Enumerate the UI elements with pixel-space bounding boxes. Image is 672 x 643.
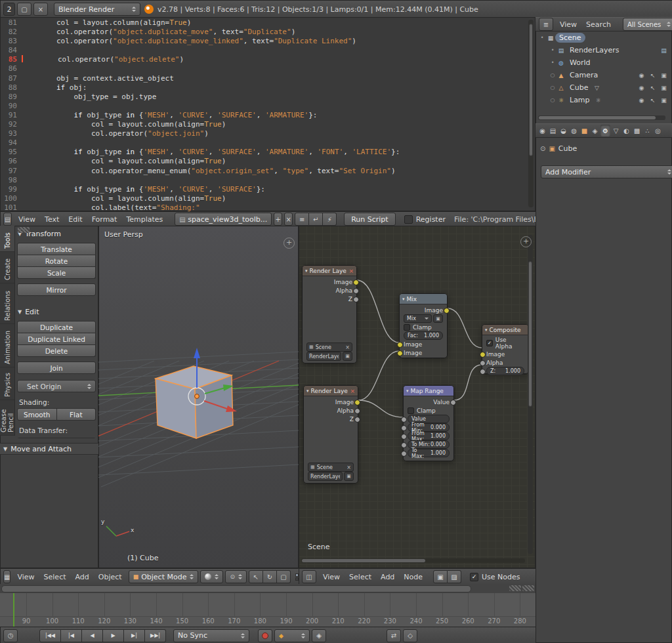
rotate-button[interactable]: Rotate — [17, 255, 96, 267]
new-text-icon[interactable]: + — [274, 213, 282, 226]
panel-expand-icon[interactable]: ▼ — [3, 446, 7, 452]
output-socket-image[interactable] — [354, 400, 360, 405]
join-button[interactable]: Join — [17, 362, 96, 374]
render-engine-dropdown[interactable]: Blender Render — [54, 3, 140, 16]
properties-tab-texture[interactable]: ▩ — [632, 125, 642, 136]
node-delete-icon[interactable]: × — [350, 388, 355, 394]
compositing-nodes-icon[interactable]: ▣ — [433, 570, 448, 583]
output-socket-value[interactable] — [450, 400, 456, 405]
menu-view[interactable]: View — [14, 214, 40, 225]
timeline-scroll-thumb[interactable] — [1, 585, 471, 592]
node-mix[interactable]: ▾MixImageMix▣ClampFac:1.000ImageImage — [399, 293, 448, 358]
menu-text[interactable]: Text — [40, 214, 64, 225]
input-socket-frommin[interactable] — [401, 425, 407, 431]
output-socket-z[interactable] — [353, 297, 359, 302]
node-editor-vscrollbar[interactable] — [528, 235, 533, 554]
slider-tomax[interactable]: To Max:1.000 — [408, 449, 450, 457]
eye-restrict-icon[interactable]: ◉ — [637, 72, 646, 79]
code-line-93[interactable]: 93 col.operator("object.join") — [0, 129, 526, 138]
output-socket-z[interactable] — [354, 417, 360, 423]
delete-keyframe-icon[interactable]: ◇ — [403, 629, 417, 642]
outliner-hscrollbar[interactable] — [538, 115, 665, 120]
jump-to-end-button[interactable]: ▶▶| — [145, 629, 166, 642]
sync-dropdown[interactable]: No Sync — [173, 629, 249, 642]
current-frame-marker[interactable] — [13, 593, 14, 627]
scene-selector[interactable]: ▦Scene× — [308, 463, 354, 472]
outliner-item-camera[interactable]: ○▲Camera◉↖▣ — [536, 69, 672, 81]
expander-icon[interactable]: • — [538, 35, 546, 41]
add-modifier-dropdown[interactable]: Add Modifier — [541, 165, 672, 178]
code-line-83[interactable]: 83 col.operator("object.duplicate_move_l… — [0, 37, 526, 46]
word-wrap-toggle-icon[interactable]: ↵ — [309, 213, 323, 226]
line-numbers-toggle-icon[interactable]: ≡ — [295, 213, 309, 226]
expand-properties-region-icon[interactable]: + — [284, 238, 295, 249]
collapse-node-icon[interactable]: ▾ — [485, 327, 488, 333]
code-line-98[interactable]: 98 — [0, 176, 526, 185]
outliner-label[interactable]: Camera — [566, 70, 602, 80]
text-datablock-dropdown[interactable]: ▤ space_view3d_toolb... — [175, 213, 272, 226]
slider-z[interactable]: Z:1.000 — [486, 367, 524, 375]
properties-tab-world[interactable]: ◍ — [569, 125, 579, 136]
render-restrict-icon[interactable]: ▣ — [659, 85, 669, 91]
outliner-item-lamp[interactable]: ○☼Lamp☼◉↖▣ — [536, 94, 672, 106]
outliner-label[interactable]: RenderLayers — [566, 45, 623, 55]
slider-fac[interactable]: Fac:1.000 — [404, 331, 443, 340]
output-socket-image[interactable] — [353, 280, 359, 285]
node-editor-hscrollbar[interactable] — [301, 558, 525, 563]
code-line-89[interactable]: 89 obj_type = obj.type — [0, 93, 526, 102]
code-line-101[interactable]: 101 col.label(text="Shading:" — [0, 203, 526, 211]
properties-tab-modifiers[interactable]: ⚙ — [600, 125, 610, 136]
collapse-node-icon[interactable]: ▾ — [305, 268, 308, 274]
collapse-node-icon[interactable]: ▾ — [402, 297, 405, 302]
auto-keyframe-button[interactable] — [258, 629, 272, 642]
code-line-100[interactable]: 100 col = layout.column(align=True) — [0, 194, 526, 203]
select-restrict-icon[interactable]: ↖ — [648, 72, 658, 79]
rerender-layer-icon[interactable]: ▣ — [343, 352, 352, 361]
code-line-94[interactable]: 94 — [0, 138, 526, 148]
code-line-92[interactable]: 92 col = layout.column(align=True) — [0, 120, 526, 129]
input-socket-image[interactable] — [397, 350, 403, 356]
outliner-label[interactable]: Lamp — [566, 95, 594, 105]
unlink-icon[interactable]: × — [345, 344, 350, 350]
code-line-88[interactable]: 88 if obj: — [0, 83, 526, 93]
panel-grip-icon[interactable]: ∷∷ — [18, 227, 30, 233]
expander-icon[interactable]: ○ — [549, 85, 556, 91]
outliner-item-world[interactable]: •◍World — [536, 56, 672, 69]
pin-icon[interactable]: ⊙ — [540, 145, 545, 152]
flat-button[interactable]: Flat — [57, 408, 96, 421]
menu-add[interactable]: Add — [71, 571, 94, 583]
properties-tab-material[interactable]: ◐ — [621, 125, 631, 136]
properties-tab-object-data[interactable]: ▽ — [611, 125, 621, 136]
code-line-87[interactable]: 87 obj = context.active_object — [0, 74, 526, 83]
blend-mode-dropdown[interactable]: Mix — [404, 314, 432, 323]
node-delete-icon[interactable]: × — [348, 268, 354, 274]
set-origin-dropdown[interactable]: Set Origin — [17, 380, 96, 392]
clipped-button[interactable] — [17, 438, 96, 438]
properties-tab-render-layers[interactable]: ▤ — [548, 125, 558, 136]
checkbox-clamp[interactable] — [404, 324, 410, 331]
panel-expand-icon[interactable]: ▼ — [18, 309, 22, 315]
input-socket-tomax[interactable] — [401, 451, 407, 457]
properties-tab-scene[interactable]: ◒ — [558, 125, 568, 136]
rerender-layer-icon[interactable]: ▣ — [344, 472, 354, 481]
duplicate-linked-button[interactable]: Duplicate Linked — [17, 333, 96, 345]
input-socket-frommax[interactable] — [401, 434, 407, 440]
jump-to-next-keyframe-button[interactable]: ▶| — [124, 629, 145, 642]
panel-edit-header[interactable]: ▼ Edit ∷∷ — [14, 306, 98, 317]
menu-select[interactable]: Select — [39, 571, 71, 583]
unlink-text-icon[interactable]: × — [284, 213, 293, 226]
play-button[interactable]: ▶ — [103, 629, 124, 642]
register-checkbox-box[interactable] — [404, 215, 413, 224]
outliner-item-cube[interactable]: ○△Cube▽◉↖▣ — [536, 81, 672, 94]
timeline-track-area[interactable] — [0, 593, 536, 617]
screen-layout-badge[interactable]: 2 — [3, 3, 15, 16]
insert-keyframe-icon[interactable]: ◈ — [312, 629, 326, 642]
eye-restrict-icon[interactable]: ◉ — [637, 97, 646, 104]
syntax-highlight-toggle-icon[interactable]: ⚡ — [323, 213, 337, 226]
menu-select[interactable]: Select — [345, 571, 376, 583]
input-socket-alpha[interactable] — [480, 360, 486, 366]
collapse-node-icon[interactable]: ▾ — [306, 388, 309, 394]
code-line-99[interactable]: 99 if obj_type in {'MESH', 'CURVE', 'SUR… — [0, 185, 526, 194]
code-line-90[interactable]: 90 — [0, 102, 526, 111]
run-script-button[interactable]: Run Script — [344, 213, 396, 226]
